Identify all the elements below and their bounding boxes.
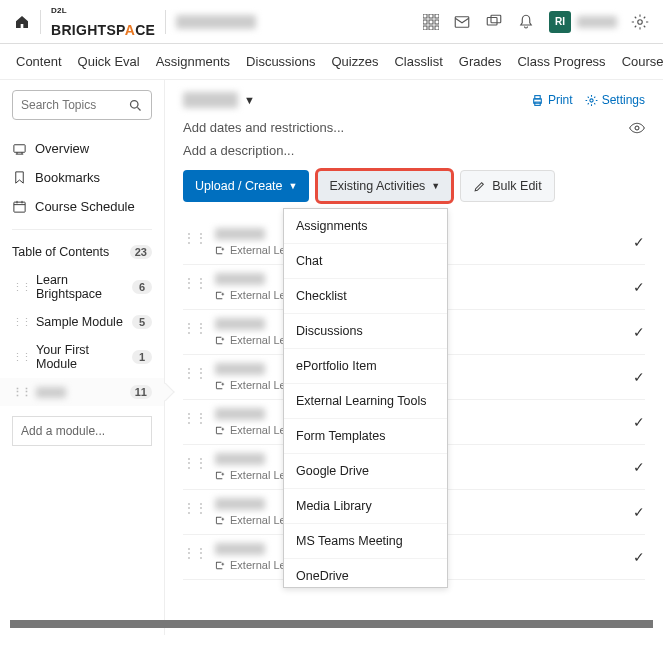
app-grid-icon[interactable]: [423, 14, 439, 30]
svg-rect-4: [429, 20, 433, 24]
nav-quizzes[interactable]: Quizzes: [331, 54, 378, 69]
activity-option-media-library[interactable]: Media Library: [284, 489, 447, 524]
content-item-title[interactable]: x: [215, 318, 265, 330]
activity-option-external-learning-tools[interactable]: External Learning Tools: [284, 384, 447, 419]
search-icon[interactable]: [128, 98, 143, 113]
brand-logo[interactable]: D2L BRIGHTSPACE: [51, 6, 155, 38]
user-name[interactable]: xx: [577, 16, 617, 28]
svg-point-19: [590, 98, 593, 101]
drag-handle-icon[interactable]: ⋮⋮: [183, 453, 207, 470]
svg-rect-17: [535, 95, 540, 98]
nav-discussions[interactable]: Discussions: [246, 54, 315, 69]
top-bar: D2L BRIGHTSPACE xxxx RI xx: [0, 0, 663, 44]
sidebar-schedule-label: Course Schedule: [35, 199, 135, 214]
drag-handle-icon[interactable]: ⋮⋮: [12, 351, 30, 364]
content-item-title[interactable]: x: [215, 273, 265, 285]
existing-activities-button[interactable]: Existing Activities ▼: [317, 170, 452, 202]
nav-grades[interactable]: Grades: [459, 54, 502, 69]
activity-option-chat[interactable]: Chat: [284, 244, 447, 279]
sidebar-bookmarks[interactable]: Bookmarks: [12, 163, 152, 192]
activity-option-assignments[interactable]: Assignments: [284, 209, 447, 244]
content-item-title[interactable]: x: [215, 228, 265, 240]
external-tool-icon: [215, 335, 226, 346]
external-tool-icon: [215, 245, 226, 256]
activity-option-discussions[interactable]: Discussions: [284, 314, 447, 349]
toc-item-count: 11: [130, 385, 152, 399]
toc-item-first-module[interactable]: ⋮⋮Your First Module 1: [12, 336, 152, 378]
add-dates-link[interactable]: Add dates and restrictions...: [183, 120, 344, 135]
check-icon: ✓: [633, 543, 645, 565]
calendar-icon: [12, 199, 27, 214]
sidebar-schedule[interactable]: Course Schedule: [12, 192, 152, 221]
drag-handle-icon[interactable]: ⋮⋮: [183, 408, 207, 425]
user-avatar[interactable]: RI: [549, 11, 571, 33]
toc-item-label: x: [36, 387, 66, 398]
course-nav: Content Quick Eval Assignments Discussio…: [0, 44, 663, 80]
svg-point-20: [635, 126, 639, 130]
home-icon[interactable]: [14, 14, 30, 30]
gear-icon[interactable]: [631, 13, 649, 31]
pencil-icon: [473, 180, 486, 193]
activity-option-google-drive[interactable]: Google Drive: [284, 454, 447, 489]
check-icon: ✓: [633, 273, 645, 295]
nav-course-tools[interactable]: Course Tools▼: [622, 54, 663, 69]
activity-option-form-templates[interactable]: Form Templates: [284, 419, 447, 454]
content-main: xxx ▼ Print Settings Add dates and restr…: [165, 80, 663, 635]
activity-option-checklist[interactable]: Checklist: [284, 279, 447, 314]
toc-item-sample-module[interactable]: ⋮⋮Sample Module 5: [12, 308, 152, 336]
drag-handle-icon[interactable]: ⋮⋮: [12, 316, 30, 329]
svg-rect-6: [423, 26, 427, 30]
sidebar-overview[interactable]: Overview: [12, 134, 152, 163]
print-button[interactable]: Print: [531, 93, 573, 107]
upload-create-button[interactable]: Upload / Create ▼: [183, 170, 309, 202]
toc-item-label: Learn Brightspace: [36, 273, 132, 301]
search-input[interactable]: [21, 98, 128, 112]
svg-rect-0: [423, 14, 427, 18]
visibility-icon[interactable]: [629, 122, 645, 134]
content-item-title[interactable]: x: [215, 408, 265, 420]
bulk-edit-button[interactable]: Bulk Edit: [460, 170, 554, 202]
toc-item-learn-brightspace[interactable]: ⋮⋮Learn Brightspace 6: [12, 266, 152, 308]
activity-option-ms-teams-meeting[interactable]: MS Teams Meeting: [284, 524, 447, 559]
drag-handle-icon[interactable]: ⋮⋮: [183, 273, 207, 290]
nav-class-progress[interactable]: Class Progress: [517, 54, 605, 69]
bell-icon[interactable]: [517, 13, 535, 31]
course-title[interactable]: xxxx: [176, 15, 256, 29]
check-icon: ✓: [633, 363, 645, 385]
external-tool-icon: [215, 560, 226, 571]
content-item-title[interactable]: x: [215, 543, 265, 555]
drag-handle-icon[interactable]: ⋮⋮: [12, 386, 30, 399]
drag-handle-icon[interactable]: ⋮⋮: [183, 543, 207, 560]
chevron-down-icon[interactable]: ▼: [244, 94, 255, 106]
external-tool-icon: [215, 470, 226, 481]
toc-item-count: 5: [132, 315, 152, 329]
drag-handle-icon[interactable]: ⋮⋮: [183, 363, 207, 380]
toc-item-count: 6: [132, 280, 152, 294]
svg-rect-3: [423, 20, 427, 24]
toc-item-active[interactable]: ⋮⋮x 11: [0, 378, 164, 406]
toc-header[interactable]: Table of Contents 23: [12, 238, 152, 266]
drag-handle-icon[interactable]: ⋮⋮: [183, 228, 207, 245]
drag-handle-icon[interactable]: ⋮⋮: [183, 318, 207, 335]
search-topics[interactable]: [12, 90, 152, 120]
drag-handle-icon[interactable]: ⋮⋮: [183, 498, 207, 515]
module-title[interactable]: xxx: [183, 92, 238, 108]
nav-assignments[interactable]: Assignments: [156, 54, 230, 69]
activity-option-onedrive[interactable]: OneDrive: [284, 559, 447, 588]
content-item-title[interactable]: x: [215, 498, 265, 510]
add-description-link[interactable]: Add a description...: [183, 143, 645, 158]
toc-item-count: 1: [132, 350, 152, 364]
add-module-input[interactable]: Add a module...: [12, 416, 152, 446]
nav-quick-eval[interactable]: Quick Eval: [78, 54, 140, 69]
messages-icon[interactable]: [485, 13, 503, 31]
drag-handle-icon[interactable]: ⋮⋮: [12, 281, 30, 294]
svg-rect-7: [429, 26, 433, 30]
content-item-title[interactable]: x: [215, 453, 265, 465]
mail-icon[interactable]: [453, 13, 471, 31]
activity-option-eportfolio-item[interactable]: ePortfolio Item: [284, 349, 447, 384]
content-item-title[interactable]: x: [215, 363, 265, 375]
nav-classlist[interactable]: Classlist: [394, 54, 442, 69]
nav-content[interactable]: Content: [16, 54, 62, 69]
existing-activities-menu: AssignmentsChatChecklistDiscussionsePort…: [283, 208, 448, 588]
settings-button[interactable]: Settings: [585, 93, 645, 107]
